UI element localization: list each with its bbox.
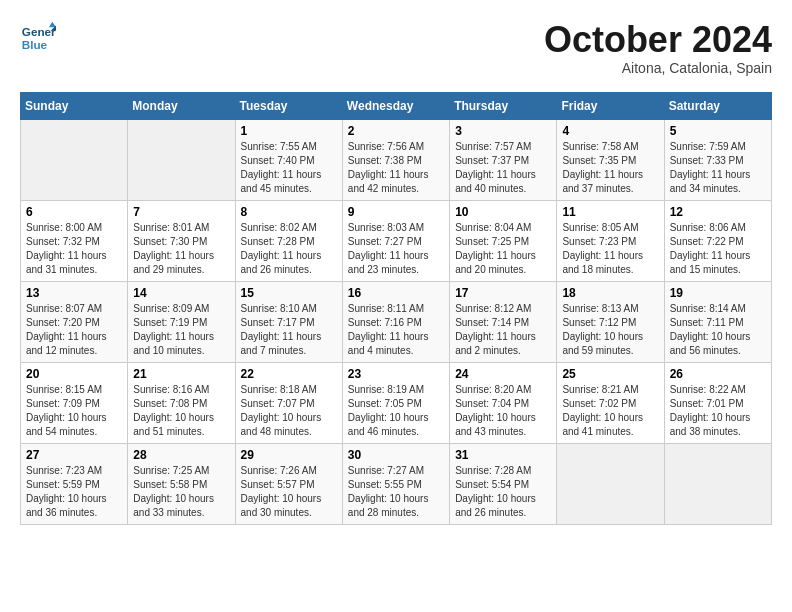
day-info: Sunrise: 8:02 AM Sunset: 7:28 PM Dayligh…: [241, 221, 337, 277]
day-info: Sunrise: 8:04 AM Sunset: 7:25 PM Dayligh…: [455, 221, 551, 277]
day-info: Sunrise: 8:10 AM Sunset: 7:17 PM Dayligh…: [241, 302, 337, 358]
day-number: 6: [26, 205, 122, 219]
day-number: 23: [348, 367, 444, 381]
calendar-cell: 19Sunrise: 8:14 AM Sunset: 7:11 PM Dayli…: [664, 281, 771, 362]
calendar-cell: 9Sunrise: 8:03 AM Sunset: 7:27 PM Daylig…: [342, 200, 449, 281]
day-number: 2: [348, 124, 444, 138]
calendar-cell: 11Sunrise: 8:05 AM Sunset: 7:23 PM Dayli…: [557, 200, 664, 281]
day-number: 21: [133, 367, 229, 381]
calendar-cell: 22Sunrise: 8:18 AM Sunset: 7:07 PM Dayli…: [235, 362, 342, 443]
day-info: Sunrise: 8:19 AM Sunset: 7:05 PM Dayligh…: [348, 383, 444, 439]
day-info: Sunrise: 7:25 AM Sunset: 5:58 PM Dayligh…: [133, 464, 229, 520]
calendar-cell: 14Sunrise: 8:09 AM Sunset: 7:19 PM Dayli…: [128, 281, 235, 362]
calendar-cell: 17Sunrise: 8:12 AM Sunset: 7:14 PM Dayli…: [450, 281, 557, 362]
calendar-cell: 15Sunrise: 8:10 AM Sunset: 7:17 PM Dayli…: [235, 281, 342, 362]
day-number: 18: [562, 286, 658, 300]
day-number: 17: [455, 286, 551, 300]
day-info: Sunrise: 8:13 AM Sunset: 7:12 PM Dayligh…: [562, 302, 658, 358]
calendar-cell: 28Sunrise: 7:25 AM Sunset: 5:58 PM Dayli…: [128, 443, 235, 524]
day-number: 12: [670, 205, 766, 219]
calendar-cell: [557, 443, 664, 524]
day-number: 4: [562, 124, 658, 138]
calendar-cell: 18Sunrise: 8:13 AM Sunset: 7:12 PM Dayli…: [557, 281, 664, 362]
calendar-week-1: 1Sunrise: 7:55 AM Sunset: 7:40 PM Daylig…: [21, 119, 772, 200]
day-number: 7: [133, 205, 229, 219]
calendar-cell: 10Sunrise: 8:04 AM Sunset: 7:25 PM Dayli…: [450, 200, 557, 281]
calendar-cell: 5Sunrise: 7:59 AM Sunset: 7:33 PM Daylig…: [664, 119, 771, 200]
day-number: 30: [348, 448, 444, 462]
calendar-cell: [128, 119, 235, 200]
calendar-cell: [664, 443, 771, 524]
calendar-cell: 23Sunrise: 8:19 AM Sunset: 7:05 PM Dayli…: [342, 362, 449, 443]
day-info: Sunrise: 8:09 AM Sunset: 7:19 PM Dayligh…: [133, 302, 229, 358]
day-info: Sunrise: 8:15 AM Sunset: 7:09 PM Dayligh…: [26, 383, 122, 439]
calendar-cell: 3Sunrise: 7:57 AM Sunset: 7:37 PM Daylig…: [450, 119, 557, 200]
calendar-cell: 29Sunrise: 7:26 AM Sunset: 5:57 PM Dayli…: [235, 443, 342, 524]
day-info: Sunrise: 7:58 AM Sunset: 7:35 PM Dayligh…: [562, 140, 658, 196]
calendar-cell: 25Sunrise: 8:21 AM Sunset: 7:02 PM Dayli…: [557, 362, 664, 443]
logo: General Blue: [20, 20, 56, 56]
calendar-cell: 31Sunrise: 7:28 AM Sunset: 5:54 PM Dayli…: [450, 443, 557, 524]
day-number: 28: [133, 448, 229, 462]
day-number: 25: [562, 367, 658, 381]
calendar-body: 1Sunrise: 7:55 AM Sunset: 7:40 PM Daylig…: [21, 119, 772, 524]
column-header-wednesday: Wednesday: [342, 92, 449, 119]
calendar-cell: 7Sunrise: 8:01 AM Sunset: 7:30 PM Daylig…: [128, 200, 235, 281]
calendar-cell: 24Sunrise: 8:20 AM Sunset: 7:04 PM Dayli…: [450, 362, 557, 443]
calendar-header: SundayMondayTuesdayWednesdayThursdayFrid…: [21, 92, 772, 119]
day-info: Sunrise: 8:14 AM Sunset: 7:11 PM Dayligh…: [670, 302, 766, 358]
column-header-tuesday: Tuesday: [235, 92, 342, 119]
day-number: 13: [26, 286, 122, 300]
column-header-monday: Monday: [128, 92, 235, 119]
calendar-week-3: 13Sunrise: 8:07 AM Sunset: 7:20 PM Dayli…: [21, 281, 772, 362]
day-info: Sunrise: 8:18 AM Sunset: 7:07 PM Dayligh…: [241, 383, 337, 439]
day-info: Sunrise: 8:03 AM Sunset: 7:27 PM Dayligh…: [348, 221, 444, 277]
calendar-cell: 12Sunrise: 8:06 AM Sunset: 7:22 PM Dayli…: [664, 200, 771, 281]
day-number: 31: [455, 448, 551, 462]
calendar-cell: 27Sunrise: 7:23 AM Sunset: 5:59 PM Dayli…: [21, 443, 128, 524]
day-info: Sunrise: 8:06 AM Sunset: 7:22 PM Dayligh…: [670, 221, 766, 277]
calendar-cell: 13Sunrise: 8:07 AM Sunset: 7:20 PM Dayli…: [21, 281, 128, 362]
calendar-cell: 4Sunrise: 7:58 AM Sunset: 7:35 PM Daylig…: [557, 119, 664, 200]
day-info: Sunrise: 8:16 AM Sunset: 7:08 PM Dayligh…: [133, 383, 229, 439]
calendar-table: SundayMondayTuesdayWednesdayThursdayFrid…: [20, 92, 772, 525]
day-number: 19: [670, 286, 766, 300]
calendar-cell: 8Sunrise: 8:02 AM Sunset: 7:28 PM Daylig…: [235, 200, 342, 281]
day-info: Sunrise: 8:11 AM Sunset: 7:16 PM Dayligh…: [348, 302, 444, 358]
month-title: October 2024: [544, 20, 772, 60]
day-info: Sunrise: 7:26 AM Sunset: 5:57 PM Dayligh…: [241, 464, 337, 520]
day-number: 10: [455, 205, 551, 219]
column-header-thursday: Thursday: [450, 92, 557, 119]
day-number: 8: [241, 205, 337, 219]
day-info: Sunrise: 7:55 AM Sunset: 7:40 PM Dayligh…: [241, 140, 337, 196]
day-number: 11: [562, 205, 658, 219]
calendar-cell: 1Sunrise: 7:55 AM Sunset: 7:40 PM Daylig…: [235, 119, 342, 200]
header-row: SundayMondayTuesdayWednesdayThursdayFrid…: [21, 92, 772, 119]
column-header-friday: Friday: [557, 92, 664, 119]
day-info: Sunrise: 8:12 AM Sunset: 7:14 PM Dayligh…: [455, 302, 551, 358]
calendar-cell: [21, 119, 128, 200]
calendar-week-2: 6Sunrise: 8:00 AM Sunset: 7:32 PM Daylig…: [21, 200, 772, 281]
day-info: Sunrise: 7:59 AM Sunset: 7:33 PM Dayligh…: [670, 140, 766, 196]
logo-icon: General Blue: [20, 20, 56, 56]
calendar-cell: 30Sunrise: 7:27 AM Sunset: 5:55 PM Dayli…: [342, 443, 449, 524]
day-number: 15: [241, 286, 337, 300]
calendar-week-5: 27Sunrise: 7:23 AM Sunset: 5:59 PM Dayli…: [21, 443, 772, 524]
day-info: Sunrise: 8:07 AM Sunset: 7:20 PM Dayligh…: [26, 302, 122, 358]
day-number: 22: [241, 367, 337, 381]
day-number: 20: [26, 367, 122, 381]
svg-text:Blue: Blue: [22, 38, 48, 51]
day-info: Sunrise: 7:28 AM Sunset: 5:54 PM Dayligh…: [455, 464, 551, 520]
day-info: Sunrise: 7:56 AM Sunset: 7:38 PM Dayligh…: [348, 140, 444, 196]
day-info: Sunrise: 8:20 AM Sunset: 7:04 PM Dayligh…: [455, 383, 551, 439]
day-number: 24: [455, 367, 551, 381]
day-number: 14: [133, 286, 229, 300]
calendar-cell: 6Sunrise: 8:00 AM Sunset: 7:32 PM Daylig…: [21, 200, 128, 281]
day-number: 3: [455, 124, 551, 138]
page-header: General Blue October 2024 Aitona, Catalo…: [20, 20, 772, 76]
day-info: Sunrise: 8:22 AM Sunset: 7:01 PM Dayligh…: [670, 383, 766, 439]
day-number: 5: [670, 124, 766, 138]
day-info: Sunrise: 8:01 AM Sunset: 7:30 PM Dayligh…: [133, 221, 229, 277]
column-header-sunday: Sunday: [21, 92, 128, 119]
calendar-cell: 21Sunrise: 8:16 AM Sunset: 7:08 PM Dayli…: [128, 362, 235, 443]
